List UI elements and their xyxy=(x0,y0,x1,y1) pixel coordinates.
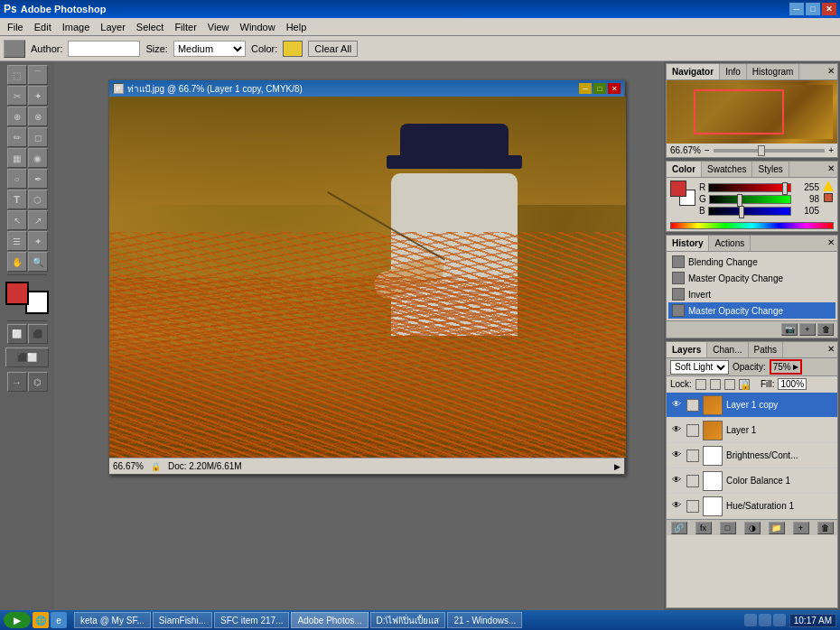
menu-help[interactable]: Help xyxy=(281,20,313,34)
taskbar-item-6[interactable]: 21 - Windows... xyxy=(447,612,522,628)
history-close[interactable]: ✕ xyxy=(825,236,837,248)
tool-eyedrop[interactable]: ✦ xyxy=(28,231,48,251)
tab-color[interactable]: Color xyxy=(667,162,702,177)
taskbar-icon-1[interactable]: 🌐 xyxy=(33,612,49,628)
layer-row-1[interactable]: 👁 Layer 1 copy xyxy=(667,393,837,418)
nav-zoom-slider[interactable] xyxy=(714,149,825,153)
tool-gradient[interactable]: ▦ xyxy=(7,148,27,168)
menu-filter[interactable]: Filter xyxy=(169,20,201,34)
layer-effects-btn[interactable]: fx xyxy=(695,522,712,534)
tool-path-select[interactable]: ↗ xyxy=(28,210,48,230)
tool-notes[interactable]: ☰ xyxy=(7,231,27,251)
tool-screen-mode[interactable]: ⬛⬜ xyxy=(5,347,49,367)
tab-styles[interactable]: Styles xyxy=(752,162,789,177)
layer-5-eye[interactable]: 👁 xyxy=(670,500,683,513)
taskbar-item-2[interactable]: SiamFishi... xyxy=(153,612,212,628)
tool-brush[interactable]: ✏ xyxy=(7,127,27,147)
lock-image-btn[interactable] xyxy=(710,379,721,390)
doc-close-button[interactable]: ✕ xyxy=(608,83,621,94)
layer-mask-btn[interactable]: □ xyxy=(720,522,736,534)
tab-navigator[interactable]: Navigator xyxy=(667,64,720,79)
close-button[interactable]: ✕ xyxy=(822,3,836,15)
tray-icon-2[interactable] xyxy=(759,614,771,626)
color-close[interactable]: ✕ xyxy=(825,162,837,174)
tool-shape[interactable]: ⬡ xyxy=(28,190,48,209)
tab-swatches[interactable]: Swatches xyxy=(702,162,752,177)
tab-paths[interactable]: Paths xyxy=(749,342,784,357)
history-delete-btn[interactable]: 🗑 xyxy=(817,323,834,336)
tool-zoom[interactable]: 🔍 xyxy=(28,252,48,272)
tool-marquee-lasso[interactable]: ⌒ xyxy=(28,65,48,85)
tab-layers[interactable]: Layers xyxy=(667,342,707,357)
opacity-arrow[interactable]: ▶ xyxy=(793,363,798,371)
tool-text[interactable]: T xyxy=(7,190,27,209)
history-new-btn[interactable]: + xyxy=(799,323,816,336)
tool-blur[interactable]: ◉ xyxy=(28,148,48,168)
tab-channels[interactable]: Chan... xyxy=(707,342,748,357)
layer-1-eye[interactable]: 👁 xyxy=(670,399,683,412)
tool-hand[interactable]: ✋ xyxy=(7,252,27,272)
start-button[interactable]: ▶ xyxy=(4,612,31,628)
tool-marquee-rect[interactable]: ⬚ xyxy=(7,65,27,85)
tool-clone[interactable]: ⊗ xyxy=(28,107,48,126)
layer-row-2[interactable]: 👁 Layer 1 xyxy=(667,418,837,443)
taskbar-item-4[interactable]: Adobe Photos... xyxy=(291,612,368,628)
tool-jump[interactable]: → xyxy=(7,372,27,392)
lock-all-btn[interactable]: 🔒 xyxy=(739,379,750,390)
taskbar-item-3[interactable]: SFC item 217... xyxy=(214,612,289,628)
lock-position-btn[interactable] xyxy=(724,379,735,390)
layer-group-btn[interactable]: 📁 xyxy=(769,522,785,534)
tool-crop[interactable]: ✂ xyxy=(7,86,27,106)
layer-2-eye[interactable]: 👁 xyxy=(670,424,683,437)
doc-minimize-button[interactable]: ─ xyxy=(579,83,592,94)
g-slider[interactable] xyxy=(709,195,791,204)
tab-histogram[interactable]: Histogram xyxy=(747,64,800,79)
tool-options-icon[interactable] xyxy=(4,40,25,58)
menu-file[interactable]: File xyxy=(2,20,29,34)
layers-close[interactable]: ✕ xyxy=(825,342,837,355)
tool-quick-mask[interactable]: ⬛ xyxy=(28,324,48,344)
tool-dodge[interactable]: ○ xyxy=(7,169,27,189)
lock-transparency-btn[interactable] xyxy=(695,379,706,390)
tool-magic-wand[interactable]: ✦ xyxy=(28,86,48,106)
r-slider[interactable] xyxy=(708,183,791,192)
doc-icon[interactable]: P xyxy=(113,83,124,94)
b-slider[interactable] xyxy=(708,207,791,216)
menu-window[interactable]: Window xyxy=(235,20,281,34)
history-snapshot-btn[interactable]: 📷 xyxy=(781,323,798,336)
maximize-button[interactable]: □ xyxy=(806,3,820,15)
layer-4-eye[interactable]: 👁 xyxy=(670,475,683,487)
layer-row-4[interactable]: 👁 Color Balance 1 xyxy=(667,468,837,494)
fg-color-box[interactable] xyxy=(670,181,686,197)
scroll-right-btn[interactable]: ▶ xyxy=(614,462,621,471)
layer-row-3[interactable]: 👁 Brightness/Cont... xyxy=(667,443,837,468)
taskbar-icon-2[interactable]: e xyxy=(51,612,67,628)
fill-value[interactable]: 100% xyxy=(778,378,807,390)
size-select[interactable]: Medium Small Large xyxy=(173,41,246,57)
taskbar-item-1[interactable]: keta @ My SF... xyxy=(74,612,151,628)
layer-delete-btn[interactable]: 🗑 xyxy=(817,522,834,534)
zoom-in-icon[interactable]: + xyxy=(828,145,834,155)
tab-history[interactable]: History xyxy=(667,236,709,251)
menu-image[interactable]: Image xyxy=(57,20,96,34)
menu-view[interactable]: View xyxy=(202,20,235,34)
minimize-button[interactable]: ─ xyxy=(789,3,804,15)
doc-maximize-button[interactable]: □ xyxy=(593,83,606,94)
color-swatch[interactable] xyxy=(283,41,303,57)
tool-move[interactable]: ↖ xyxy=(7,210,27,230)
layer-new-btn[interactable]: + xyxy=(793,522,809,534)
tool-imageready[interactable]: ⌬ xyxy=(28,372,48,392)
menu-edit[interactable]: Edit xyxy=(29,20,57,34)
tool-standard-mode[interactable]: ⬜ xyxy=(7,324,27,344)
author-input[interactable] xyxy=(68,41,140,57)
layer-link-btn[interactable]: 🔗 xyxy=(671,522,687,534)
tool-pen[interactable]: ✒ xyxy=(28,169,48,189)
history-item-2[interactable]: Master Opacity Change xyxy=(668,270,835,286)
tray-icon-3[interactable] xyxy=(773,614,786,626)
tool-heal[interactable]: ⊕ xyxy=(7,107,27,126)
history-item-4[interactable]: Master Opacity Change xyxy=(668,302,835,319)
history-item-3[interactable]: Invert xyxy=(668,286,835,302)
nav-zoom-box[interactable] xyxy=(694,89,784,134)
zoom-out-icon[interactable]: − xyxy=(705,145,710,155)
tray-icon-1[interactable] xyxy=(744,614,757,626)
